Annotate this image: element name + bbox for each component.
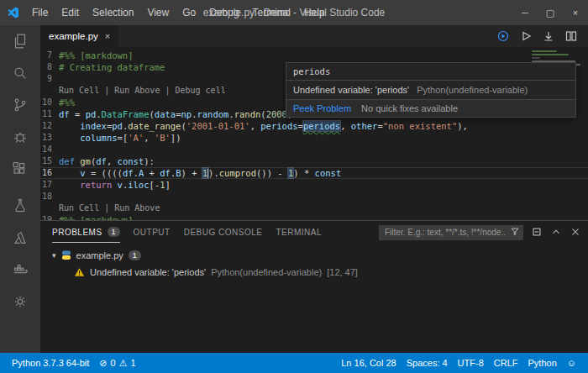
language-mode-status[interactable]: Python (523, 353, 562, 373)
maximize-button[interactable]: ▢ (538, 0, 563, 25)
problems-file-row[interactable]: ▾ example.py 1 (40, 247, 588, 264)
close-panel-icon[interactable] (570, 226, 581, 238)
code-token: iloc (128, 180, 149, 190)
line-number: 18 (40, 191, 59, 202)
code-line[interactable]: 12 index=pd.date_range('2001-01-01', per… (40, 120, 588, 132)
code-line[interactable]: 19#%% [markdown] (40, 214, 588, 220)
menu-edit[interactable]: Edit (55, 0, 86, 25)
code-token: const (118, 156, 144, 166)
problems-status[interactable]: ⊘ 0 ⚠ 1 (94, 353, 140, 373)
codelens-actions[interactable]: Run Cell | Run Above | Debug cell (59, 85, 226, 97)
problem-row[interactable]: Undefined variable: 'periods' Python(und… (40, 264, 588, 281)
code-token: data (155, 109, 176, 119)
python-interactive-icon[interactable] (496, 29, 510, 43)
hover-actions: Peek Problem No quick fixes available (286, 99, 575, 117)
code-token: df (123, 168, 134, 178)
vscode-window: { "window": { "title": "example.py - Dem… (0, 0, 588, 373)
indentation-status[interactable]: Spaces: 4 (402, 353, 453, 373)
chevron-down-icon[interactable]: ▾ (52, 251, 56, 260)
panel-tabs: PROBLEMS1OUTPUTDEBUG CONSOLETERMINAL (52, 221, 335, 243)
code-token: =[ (118, 133, 129, 143)
bottom-panel: PROBLEMS1OUTPUTDEBUG CONSOLETERMINAL ▾ e… (40, 220, 588, 353)
menu-selection[interactable]: Selection (86, 0, 140, 25)
code-token: + (144, 168, 160, 178)
code-token: ) + (181, 168, 202, 178)
panel-tab-output[interactable]: OUTPUT (134, 221, 171, 243)
source-control-icon[interactable] (0, 89, 40, 121)
run-file-icon[interactable] (519, 29, 533, 43)
debug-icon[interactable] (0, 121, 40, 153)
filter-funnel-icon[interactable] (510, 226, 520, 236)
code-line[interactable]: 13 columns=['A', 'B']) (40, 132, 588, 144)
code-token (59, 180, 80, 190)
code-token: ()) - (256, 168, 288, 178)
code-token: , (250, 121, 261, 131)
python-file-icon (61, 250, 71, 260)
code-line[interactable]: 14 (40, 144, 588, 155)
line-number: 9 (40, 73, 59, 85)
eol-status[interactable]: CRLF (489, 353, 523, 373)
problems-filter-input[interactable] (379, 225, 523, 240)
code-line[interactable]: 18 (40, 191, 588, 202)
codelens-actions[interactable]: Run Cell | Run Above (59, 202, 160, 214)
line-number: 7 (40, 50, 59, 61)
docker-icon[interactable] (0, 254, 40, 286)
vscode-logo-icon (7, 6, 20, 19)
menu-file[interactable]: File (25, 0, 55, 25)
code-token: cumprod (219, 168, 256, 178)
menu-view[interactable]: View (140, 0, 176, 25)
hover-source: Python(undefined-variable) (417, 85, 528, 95)
menu-go[interactable]: Go (176, 0, 202, 25)
code-token: '2001-01-01' (186, 121, 250, 131)
status-bar: Python 3.7.3 64-bit ⊘ 0 ⚠ 1 Ln 16, Col 2… (0, 353, 588, 373)
editor-tab-bar: example.py × (40, 25, 588, 47)
panel-tab-label: OUTPUT (134, 228, 171, 237)
code-line[interactable]: 7#%% [markdown] (40, 50, 588, 61)
code-line[interactable]: 16 v = ((((df.A + df.B) + 1).cumprod()) … (40, 167, 588, 179)
code-token: df (59, 109, 70, 119)
status-bar-right: Ln 16, Col 28 Spaces: 4 UTF-8 CRLF Pytho… (336, 353, 581, 373)
export-download-icon[interactable] (542, 29, 555, 43)
title-bar: FileEditSelectionViewGoDebugTerminalHelp… (0, 0, 588, 25)
python-interpreter-status[interactable]: Python 3.7.3 64-bit (7, 353, 94, 373)
peek-problem-link[interactable]: Peek Problem (293, 103, 351, 113)
extensions-icon[interactable] (0, 153, 40, 185)
minimize-button[interactable]: ─ (512, 0, 538, 25)
code-token (59, 168, 80, 178)
maximize-panel-icon[interactable] (550, 226, 562, 238)
code-line[interactable]: 15def gm(df, const): (40, 155, 588, 167)
code-token (59, 121, 80, 131)
close-button[interactable]: × (563, 0, 588, 25)
activity-bar (0, 25, 40, 353)
azure-icon[interactable] (0, 222, 40, 254)
line-number: 15 (40, 155, 59, 167)
feedback-smiley-icon[interactable]: ☺ (562, 353, 581, 373)
settings-gear-icon[interactable] (0, 286, 40, 318)
panel-tab-terminal[interactable]: TERMINAL (276, 221, 322, 243)
code-token: columns (80, 133, 117, 143)
code-token: "non existent" (383, 121, 458, 131)
code-token: other (351, 121, 378, 131)
code-token: #%% (59, 97, 75, 108)
line-number: 19 (40, 214, 59, 220)
warning-status-icon: ⚠ (119, 358, 128, 369)
panel-tab-problems[interactable]: PROBLEMS1 (52, 221, 120, 243)
cursor-position-status[interactable]: Ln 16, Col 28 (336, 353, 401, 373)
code-token: 'B' (155, 133, 171, 143)
test-explorer-icon[interactable] (0, 190, 40, 222)
split-editor-icon[interactable] (564, 29, 578, 43)
explorer-icon[interactable] (0, 25, 40, 57)
code-line[interactable]: 17 return v.iloc[-1] (40, 179, 588, 191)
tab-example-py[interactable]: example.py × (40, 25, 118, 47)
panel-actions (379, 223, 581, 240)
encoding-status[interactable]: UTF-8 (453, 353, 489, 373)
collapse-all-icon[interactable] (531, 226, 543, 238)
panel-tab-debug-console[interactable]: DEBUG CONSOLE (184, 221, 263, 243)
tab-close-icon[interactable]: × (105, 31, 110, 41)
code-token: randn (234, 109, 261, 119)
codelens-row[interactable]: Run Cell | Run Above (40, 202, 588, 214)
problems-count-badge: 1 (108, 227, 120, 237)
code-token: = (298, 121, 303, 131)
code-token: return (80, 180, 112, 190)
search-icon[interactable] (0, 57, 40, 89)
